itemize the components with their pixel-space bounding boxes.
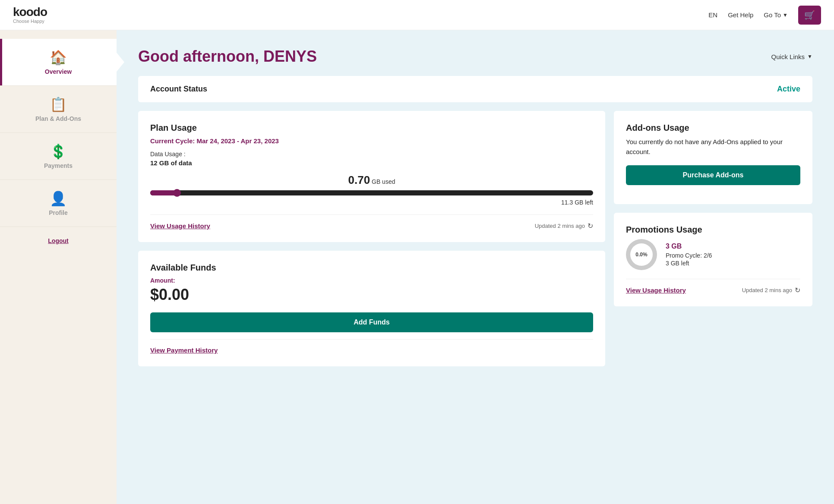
header: koodo Choose Happy EN Get Help Go To ▼ 🛒 xyxy=(0,0,834,30)
cart-button[interactable]: 🛒 xyxy=(798,6,821,25)
plan-icon: 📋 xyxy=(50,96,67,113)
sidebar-logout[interactable]: Logout xyxy=(0,227,117,255)
sidebar: 🏠 Overview 📋 Plan & Add-Ons 💲 Payments 👤… xyxy=(0,30,117,504)
add-funds-button[interactable]: Add Funds xyxy=(150,312,593,332)
get-help-link[interactable]: Get Help xyxy=(728,11,753,19)
logout-link[interactable]: Logout xyxy=(48,237,68,244)
divider xyxy=(150,214,593,215)
sidebar-item-overview[interactable]: 🏠 Overview xyxy=(0,39,117,86)
addons-usage-card: Add-ons Usage You currently do not have … xyxy=(614,111,812,204)
promo-details: 3 GB Promo Cycle: 2/6 3 GB left xyxy=(666,243,712,267)
divider xyxy=(626,279,800,279)
chevron-down-icon: ▼ xyxy=(807,54,812,60)
data-usage-label: Data Usage : xyxy=(150,151,593,158)
logo-subtitle: Choose Happy xyxy=(13,19,44,24)
sidebar-item-payments[interactable]: 💲 Payments xyxy=(0,133,117,180)
divider xyxy=(150,339,593,340)
goto-label: Go To xyxy=(764,11,781,19)
app-body: 🏠 Overview 📋 Plan & Add-Ons 💲 Payments 👤… xyxy=(0,30,834,504)
usage-number: 0.70 GB used xyxy=(150,173,593,187)
cards-row: Plan Usage Current Cycle: Mar 24, 2023 -… xyxy=(138,111,812,366)
promo-row: 0.0% 3 GB Promo Cycle: 2/6 3 GB left xyxy=(626,239,800,270)
cart-icon: 🛒 xyxy=(804,10,815,20)
gb-used-value: 0.70 xyxy=(348,173,370,186)
logo-koodo-word: koodo xyxy=(13,5,47,19)
view-payment-history-link[interactable]: View Payment History xyxy=(150,346,218,354)
account-status-card: Account Status Active xyxy=(138,76,812,102)
funds-amount-label: Amount: xyxy=(150,277,593,284)
greeting-text: Good afternoon, DENYS xyxy=(138,47,317,66)
promo-percent: 0.0% xyxy=(630,243,653,266)
updated-label: Updated 2 mins ago xyxy=(535,223,585,229)
right-column: Add-ons Usage You currently do not have … xyxy=(614,111,812,366)
lang-toggle[interactable]: EN xyxy=(708,11,717,19)
promo-updated-text: Updated 2 mins ago ↻ xyxy=(742,286,800,294)
view-history-row: View Usage History Updated 2 mins ago ↻ xyxy=(150,222,593,230)
logo: koodo Choose Happy xyxy=(13,6,47,24)
promo-circle: 0.0% xyxy=(626,239,657,270)
profile-icon: 👤 xyxy=(50,190,67,207)
gb-used-unit: GB used xyxy=(372,178,395,185)
usage-bar-container xyxy=(150,190,593,195)
chevron-down-icon: ▼ xyxy=(783,12,788,18)
plan-usage-title: Plan Usage xyxy=(150,123,593,133)
funds-amount-value: $0.00 xyxy=(150,286,593,304)
account-status-label: Account Status xyxy=(150,85,207,94)
promo-left: 3 GB left xyxy=(666,260,712,267)
sidebar-label-plan: Plan & Add-Ons xyxy=(35,115,81,122)
data-amount: 12 GB of data xyxy=(150,159,593,167)
sidebar-label-payments: Payments xyxy=(44,162,73,169)
header-nav: EN Get Help Go To ▼ 🛒 xyxy=(708,6,821,25)
available-funds-title: Available Funds xyxy=(150,263,593,273)
promo-view-history-row: View Usage History Updated 2 mins ago ↻ xyxy=(626,286,800,294)
cycle-text: Current Cycle: Mar 24, 2023 - Apr 23, 20… xyxy=(150,137,593,145)
account-status-value: Active xyxy=(777,85,800,94)
addons-title: Add-ons Usage xyxy=(626,123,800,133)
gb-left: 11.3 GB left xyxy=(150,199,593,206)
view-usage-history-link[interactable]: View Usage History xyxy=(150,222,210,230)
logo-text: koodo xyxy=(13,6,47,18)
promo-title: 3 GB xyxy=(666,243,712,250)
quick-links-label: Quick Links xyxy=(771,53,805,60)
home-icon: 🏠 xyxy=(50,49,67,66)
addons-desc: You currently do not have any Add-Ons ap… xyxy=(626,137,800,157)
promotions-usage-card: Promotions Usage 0.0% 3 GB Promo Cycle: … xyxy=(614,213,812,306)
sidebar-label-profile: Profile xyxy=(49,209,68,216)
plan-usage-card: Plan Usage Current Cycle: Mar 24, 2023 -… xyxy=(138,111,605,242)
view-promo-history-link[interactable]: View Usage History xyxy=(626,287,686,294)
refresh-icon[interactable]: ↻ xyxy=(588,222,593,230)
sidebar-item-profile[interactable]: 👤 Profile xyxy=(0,180,117,227)
promo-refresh-icon[interactable]: ↻ xyxy=(795,286,800,294)
main-content: Good afternoon, DENYS Quick Links ▼ Acco… xyxy=(117,30,834,504)
sidebar-label-overview: Overview xyxy=(45,68,72,75)
promo-updated-label: Updated 2 mins ago xyxy=(742,287,792,293)
usage-bar-dot xyxy=(173,189,181,197)
available-funds-card: Available Funds Amount: $0.00 Add Funds … xyxy=(138,251,605,366)
updated-text: Updated 2 mins ago ↻ xyxy=(535,222,593,230)
quick-links-button[interactable]: Quick Links ▼ xyxy=(771,53,812,60)
purchase-addons-button[interactable]: Purchase Add-ons xyxy=(626,165,800,185)
promo-cycle: Promo Cycle: 2/6 xyxy=(666,252,712,259)
goto-button[interactable]: Go To ▼ xyxy=(764,11,788,19)
sidebar-item-plan-addons[interactable]: 📋 Plan & Add-Ons xyxy=(0,86,117,133)
left-column: Plan Usage Current Cycle: Mar 24, 2023 -… xyxy=(138,111,605,366)
payments-icon: 💲 xyxy=(50,143,67,160)
greeting-row: Good afternoon, DENYS Quick Links ▼ xyxy=(138,47,812,66)
promotions-title: Promotions Usage xyxy=(626,225,800,235)
